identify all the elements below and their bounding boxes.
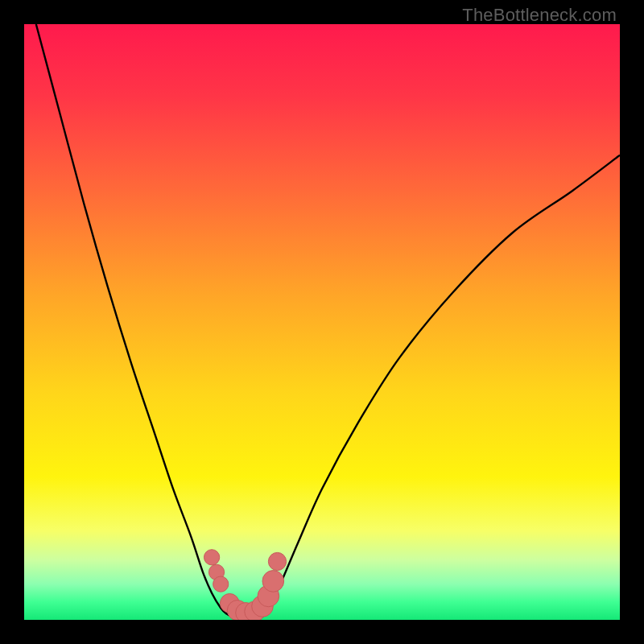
valley-marker	[262, 571, 284, 592]
plot-area	[24, 24, 620, 620]
valley-marker	[204, 550, 219, 565]
valley-marker	[213, 576, 229, 592]
left-curve	[36, 24, 233, 617]
chart-frame: TheBottleneck.com	[0, 0, 644, 644]
curves-layer	[24, 24, 620, 620]
valley-marker	[268, 552, 286, 570]
right-curve	[262, 155, 620, 617]
watermark-text: TheBottleneck.com	[462, 5, 617, 26]
valley-markers	[204, 550, 286, 620]
